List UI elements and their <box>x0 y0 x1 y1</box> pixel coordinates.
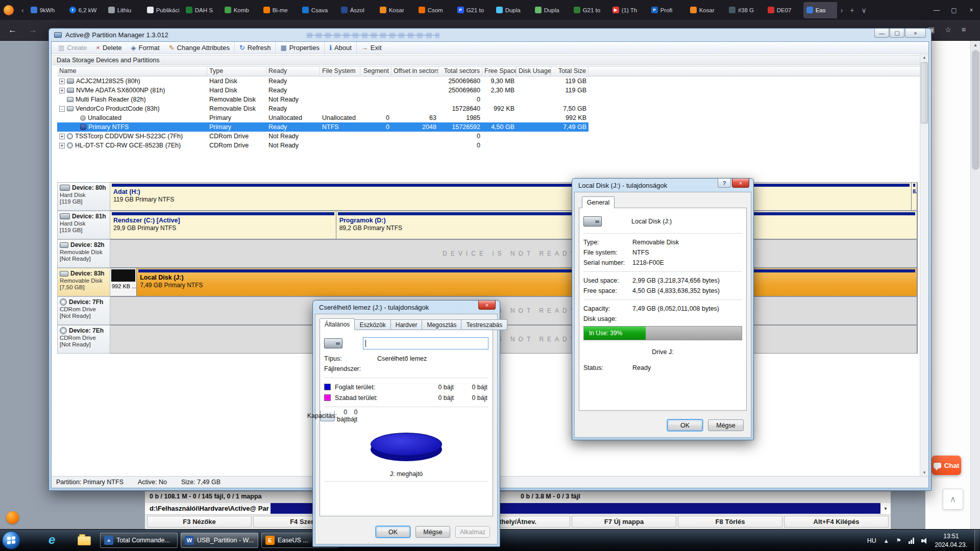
device-label[interactable]: Device: 83h Removable Disk [7,50 GB] <box>57 268 110 296</box>
new-tab-button[interactable]: + <box>846 6 857 14</box>
expand-icon[interactable]: + <box>59 79 65 84</box>
row-name-cell[interactable]: + HL-DT-ST CD-RW GCE-8523B (7Eh) <box>57 141 207 150</box>
browser-tab[interactable]: P G21 to × <box>454 2 493 18</box>
dialog-title-bar[interactable]: Cserélhető lemez (J:) - tulajdonságok × <box>313 300 500 314</box>
tc-function-key-button[interactable]: F3 Nézőke <box>147 516 252 528</box>
browser-tab[interactable]: Komb × <box>222 2 260 18</box>
browser-tab[interactable]: #38 G × <box>726 2 764 18</box>
partition-segment[interactable]: DEVICE IS NOT READY <box>110 325 917 353</box>
dialog-tab[interactable]: Megosztás <box>422 319 461 330</box>
browser-tab[interactable]: DAH S × <box>183 2 221 18</box>
column-header[interactable]: Free Space <box>482 67 517 76</box>
menu-icon[interactable]: ≡ <box>962 26 966 34</box>
row-name-cell[interactable]: Primary NTFS <box>57 122 207 132</box>
expand-icon[interactable]: - <box>59 106 65 112</box>
partition-segment[interactable]: 8. <box>912 183 917 210</box>
cancel-button[interactable]: Mégse <box>708 419 744 431</box>
device-label[interactable]: Device: 82h Removable Disk [Not Ready] <box>57 239 110 268</box>
partition-segment[interactable]: Local Disk (J:) 7,49 GB Primary NTFS <box>137 268 917 296</box>
browser-tab[interactable]: 9kWh × <box>28 2 66 18</box>
browser-tab[interactable]: Lithiu × <box>105 2 143 18</box>
back-icon[interactable]: ← <box>8 25 17 35</box>
browser-tab[interactable]: Dupla × <box>493 2 531 18</box>
toolbar-button[interactable]: × Delete <box>91 42 126 54</box>
browser-tab[interactable]: Dupla × <box>532 2 570 18</box>
dialog-tab[interactable]: Testreszabás <box>461 319 507 330</box>
partition-segment[interactable]: Rendszer (C:) [Active] 29,9 GB Primary N… <box>110 211 336 239</box>
scrollbar-up-icon[interactable]: ▲ <box>971 41 980 49</box>
volume-label-input[interactable] <box>363 337 488 349</box>
taskbar-app-button[interactable]: » Total Commande... <box>100 533 178 548</box>
browser-scrollbar[interactable]: ▲ <box>970 41 980 529</box>
device-label[interactable]: Device: 7Eh CDRom Drive [Not Ready] <box>57 325 110 354</box>
action-center-icon[interactable]: ⚑ <box>896 537 901 544</box>
pm-vertical-scrollbar[interactable]: ▲ ▼ <box>920 54 928 476</box>
table-row[interactable]: Unallocated Primary Unallocated Unalloca… <box>57 113 922 122</box>
expand-icon[interactable]: + <box>59 143 65 148</box>
help-button[interactable]: ? <box>718 179 731 188</box>
toolbar-button[interactable]: ✎ Change Attributes <box>164 42 234 54</box>
column-header[interactable]: Total Size <box>551 67 589 76</box>
column-header[interactable]: Total sectors <box>438 67 482 76</box>
tc-command-line[interactable]: d:\Felhasználói\Hardvare\Active@ Par ▾ <box>145 503 891 515</box>
expand-icon[interactable]: + <box>59 88 65 93</box>
tab-scroll-right-icon[interactable]: › <box>837 6 847 14</box>
taskbar-clock[interactable]: 13:51 2024.04.23. <box>935 532 967 548</box>
browser-tab[interactable]: Csom × <box>415 2 454 18</box>
list-tabs-icon[interactable]: ∨ <box>858 6 870 14</box>
browser-tab[interactable]: Csava × <box>299 2 337 18</box>
table-row[interactable]: + NVMe ADATA SX6000NP (81h) Hard Disk Re… <box>57 86 922 95</box>
browser-close-button[interactable]: × <box>963 3 980 17</box>
language-indicator[interactable]: HU <box>867 537 876 544</box>
row-name-cell[interactable]: + TSSTcorp CDDVDW SH-S223C (7Fh) <box>57 132 207 141</box>
device-label[interactable]: Device: 7Fh CDRom Drive [Not Ready] <box>57 296 110 325</box>
explorer-folder-icon[interactable] <box>78 536 91 545</box>
toolbar-button[interactable]: ▦ Properties <box>275 42 324 54</box>
row-name-cell[interactable]: Multi Flash Reader (82h) <box>57 95 207 104</box>
close-button[interactable]: × <box>732 179 749 188</box>
column-header[interactable]: Ready <box>266 67 320 76</box>
chat-button[interactable]: Chat <box>932 456 961 475</box>
row-name-cell[interactable]: - VendorCo ProductCode (83h) <box>57 104 207 113</box>
browser-tab[interactable]: DE07 × <box>765 2 803 18</box>
toolbar-button[interactable]: → Exit <box>356 42 386 54</box>
browser-tab[interactable]: Publikáci × <box>144 2 182 18</box>
scrollbar-down-icon[interactable]: ▼ <box>920 470 928 475</box>
browser-minimize-button[interactable]: — <box>928 3 945 17</box>
back-to-top-button[interactable]: ∧ <box>943 489 963 510</box>
floating-app-icon[interactable] <box>6 511 19 524</box>
partition-segment[interactable]: DEVICE IS NOT READY <box>110 240 917 267</box>
tray-expand-icon[interactable]: ▲ <box>884 538 889 544</box>
tab-scroll-left-icon[interactable]: ‹ <box>18 6 28 14</box>
table-row[interactable]: + TSSTcorp CDDVDW SH-S223C (7Fh) CDRom D… <box>57 132 922 141</box>
browser-tab[interactable]: Kosar × <box>687 2 725 18</box>
table-row[interactable]: - VendorCo ProductCode (83h) Removable D… <box>57 104 922 113</box>
browser-tab[interactable]: f 6,2 kW × <box>66 2 105 18</box>
table-row[interactable]: Multi Flash Reader (82h) Removable Disk … <box>57 95 922 104</box>
partition-segment[interactable]: DEVICE IS NOT READY <box>110 297 917 324</box>
tc-function-key-button[interactable]: F8 Törlés <box>678 516 782 528</box>
ok-button[interactable]: OK <box>376 526 410 538</box>
browser-tab[interactable]: Bi-me × <box>260 2 299 18</box>
browser-tab[interactable]: P Profi × <box>648 2 687 18</box>
browser-tab[interactable]: Eas × <box>803 2 837 18</box>
scrollbar-up-icon[interactable]: ▲ <box>920 55 928 60</box>
browser-tab[interactable]: Kosar × <box>377 2 415 18</box>
table-row[interactable]: Primary NTFS Primary Ready NTFS 0 2048 1… <box>57 122 922 132</box>
dialog-tab[interactable]: Eszközök <box>355 319 390 330</box>
expand-icon[interactable]: + <box>59 134 65 139</box>
device-label[interactable]: Device: 81h Hard Disk [119 GB] <box>57 211 110 239</box>
scrollbar-thumb[interactable] <box>972 50 979 170</box>
show-desktop-button[interactable] <box>974 530 979 551</box>
pm-maximize-button[interactable]: ▢ <box>890 29 904 38</box>
pm-close-button[interactable]: × <box>905 29 926 38</box>
scrollbar-thumb[interactable] <box>921 62 928 123</box>
row-name-cell[interactable]: Unallocated <box>57 113 207 122</box>
table-row[interactable]: + HL-DT-ST CD-RW GCE-8523B (7Eh) CDRom D… <box>57 141 922 150</box>
star-icon[interactable]: ☆ <box>945 26 951 34</box>
start-button[interactable] <box>2 531 20 549</box>
pm-title-bar[interactable]: Active@ Partition Manager 1.3.012 — ▢ × <box>49 29 931 41</box>
column-header[interactable]: Segment <box>360 67 391 76</box>
browser-restore-button[interactable]: ▢ <box>945 3 963 17</box>
tc-function-key-button[interactable]: Alt+F4 Kilépés <box>784 516 889 528</box>
